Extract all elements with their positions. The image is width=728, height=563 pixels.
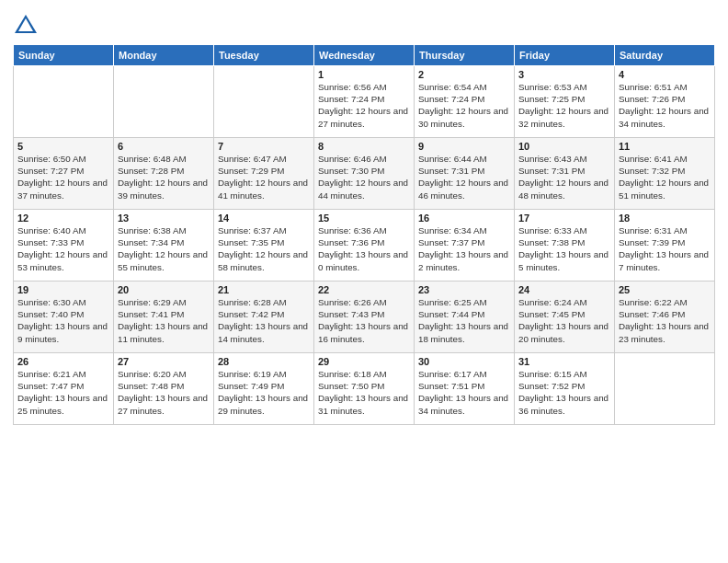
calendar-cell: 5Sunrise: 6:50 AMSunset: 7:27 PMDaylight… (14, 138, 114, 210)
calendar-week-row: 12Sunrise: 6:40 AMSunset: 7:33 PMDayligh… (14, 210, 715, 282)
calendar-cell: 26Sunrise: 6:21 AMSunset: 7:47 PMDayligh… (14, 353, 114, 425)
calendar-cell (214, 66, 314, 138)
calendar-day-header: Thursday (415, 45, 515, 66)
logo-icon (13, 13, 39, 39)
day-info: Sunrise: 6:28 AMSunset: 7:42 PMDaylight:… (218, 296, 310, 345)
day-number: 12 (17, 213, 109, 224)
day-info: Sunrise: 6:46 AMSunset: 7:30 PMDaylight:… (318, 153, 410, 201)
day-number: 22 (318, 284, 410, 295)
calendar-cell: 18Sunrise: 6:31 AMSunset: 7:39 PMDayligh… (615, 210, 715, 282)
calendar-week-row: 19Sunrise: 6:30 AMSunset: 7:40 PMDayligh… (14, 282, 715, 353)
day-info: Sunrise: 6:56 AMSunset: 7:24 PMDaylight:… (318, 81, 410, 130)
day-info: Sunrise: 6:30 AMSunset: 7:40 PMDaylight:… (17, 296, 109, 345)
day-number: 8 (318, 141, 410, 152)
calendar-cell: 14Sunrise: 6:37 AMSunset: 7:35 PMDayligh… (214, 210, 314, 282)
calendar-cell: 22Sunrise: 6:26 AMSunset: 7:43 PMDayligh… (314, 282, 415, 353)
day-number: 3 (518, 69, 610, 80)
page-container: SundayMondayTuesdayWednesdayThursdayFrid… (0, 0, 728, 431)
calendar-cell: 29Sunrise: 6:18 AMSunset: 7:50 PMDayligh… (314, 353, 415, 425)
page-header (13, 9, 715, 39)
calendar-cell: 3Sunrise: 6:53 AMSunset: 7:25 PMDaylight… (515, 66, 615, 138)
day-number: 15 (318, 213, 410, 224)
calendar-day-header: Tuesday (214, 45, 314, 66)
day-number: 14 (218, 213, 310, 224)
calendar-cell: 20Sunrise: 6:29 AMSunset: 7:41 PMDayligh… (114, 282, 214, 353)
day-number: 21 (218, 284, 310, 295)
day-number: 18 (619, 213, 711, 224)
day-number: 28 (218, 356, 310, 367)
calendar-cell: 28Sunrise: 6:19 AMSunset: 7:49 PMDayligh… (214, 353, 314, 425)
day-info: Sunrise: 6:53 AMSunset: 7:25 PMDaylight:… (518, 81, 610, 130)
calendar-day-header: Saturday (615, 45, 715, 66)
calendar-day-header: Monday (114, 45, 214, 66)
day-number: 16 (418, 213, 510, 224)
day-number: 26 (17, 356, 109, 367)
calendar-cell (615, 353, 715, 425)
calendar-cell: 1Sunrise: 6:56 AMSunset: 7:24 PMDaylight… (314, 66, 415, 138)
day-number: 19 (17, 284, 109, 295)
day-info: Sunrise: 6:22 AMSunset: 7:46 PMDaylight:… (619, 296, 711, 345)
calendar-week-row: 1Sunrise: 6:56 AMSunset: 7:24 PMDaylight… (14, 66, 715, 138)
day-number: 25 (619, 284, 711, 295)
day-info: Sunrise: 6:40 AMSunset: 7:33 PMDaylight:… (17, 224, 109, 273)
day-info: Sunrise: 6:34 AMSunset: 7:37 PMDaylight:… (418, 224, 510, 273)
day-info: Sunrise: 6:26 AMSunset: 7:43 PMDaylight:… (318, 296, 410, 345)
day-info: Sunrise: 6:31 AMSunset: 7:39 PMDaylight:… (619, 224, 711, 273)
day-number: 29 (318, 356, 410, 367)
day-info: Sunrise: 6:36 AMSunset: 7:36 PMDaylight:… (318, 224, 410, 273)
calendar-cell: 23Sunrise: 6:25 AMSunset: 7:44 PMDayligh… (415, 282, 515, 353)
day-number: 2 (418, 69, 510, 80)
calendar-cell: 27Sunrise: 6:20 AMSunset: 7:48 PMDayligh… (114, 353, 214, 425)
day-number: 10 (518, 141, 610, 152)
day-number: 27 (118, 356, 210, 367)
day-info: Sunrise: 6:41 AMSunset: 7:32 PMDaylight:… (619, 153, 711, 201)
day-info: Sunrise: 6:20 AMSunset: 7:48 PMDaylight:… (118, 368, 210, 417)
calendar-cell: 15Sunrise: 6:36 AMSunset: 7:36 PMDayligh… (314, 210, 415, 282)
calendar-cell: 6Sunrise: 6:48 AMSunset: 7:28 PMDaylight… (114, 138, 214, 210)
day-info: Sunrise: 6:18 AMSunset: 7:50 PMDaylight:… (318, 368, 410, 417)
day-info: Sunrise: 6:48 AMSunset: 7:28 PMDaylight:… (118, 153, 210, 201)
calendar-cell: 19Sunrise: 6:30 AMSunset: 7:40 PMDayligh… (14, 282, 114, 353)
logo (13, 13, 40, 39)
day-number: 7 (218, 141, 310, 152)
day-info: Sunrise: 6:37 AMSunset: 7:35 PMDaylight:… (218, 224, 310, 273)
calendar-day-header: Friday (515, 45, 615, 66)
day-number: 6 (118, 141, 210, 152)
day-number: 30 (418, 356, 510, 367)
day-number: 5 (17, 141, 109, 152)
calendar-cell: 17Sunrise: 6:33 AMSunset: 7:38 PMDayligh… (515, 210, 615, 282)
day-info: Sunrise: 6:38 AMSunset: 7:34 PMDaylight:… (118, 224, 210, 273)
calendar-day-header: Sunday (14, 45, 114, 66)
day-info: Sunrise: 6:44 AMSunset: 7:31 PMDaylight:… (418, 153, 510, 201)
day-number: 1 (318, 69, 410, 80)
calendar-cell: 2Sunrise: 6:54 AMSunset: 7:24 PMDaylight… (415, 66, 515, 138)
calendar-cell: 9Sunrise: 6:44 AMSunset: 7:31 PMDaylight… (415, 138, 515, 210)
calendar-cell: 10Sunrise: 6:43 AMSunset: 7:31 PMDayligh… (515, 138, 615, 210)
day-info: Sunrise: 6:43 AMSunset: 7:31 PMDaylight:… (518, 153, 610, 201)
day-info: Sunrise: 6:54 AMSunset: 7:24 PMDaylight:… (418, 81, 510, 130)
calendar-cell: 13Sunrise: 6:38 AMSunset: 7:34 PMDayligh… (114, 210, 214, 282)
day-info: Sunrise: 6:24 AMSunset: 7:45 PMDaylight:… (518, 296, 610, 345)
day-number: 17 (518, 213, 610, 224)
calendar-cell: 24Sunrise: 6:24 AMSunset: 7:45 PMDayligh… (515, 282, 615, 353)
day-number: 4 (619, 69, 711, 80)
day-info: Sunrise: 6:17 AMSunset: 7:51 PMDaylight:… (418, 368, 510, 417)
calendar-cell: 4Sunrise: 6:51 AMSunset: 7:26 PMDaylight… (615, 66, 715, 138)
day-number: 9 (418, 141, 510, 152)
calendar-cell: 16Sunrise: 6:34 AMSunset: 7:37 PMDayligh… (415, 210, 515, 282)
calendar-day-header: Wednesday (314, 45, 415, 66)
calendar-cell (114, 66, 214, 138)
day-info: Sunrise: 6:33 AMSunset: 7:38 PMDaylight:… (518, 224, 610, 273)
day-number: 23 (418, 284, 510, 295)
calendar-cell: 11Sunrise: 6:41 AMSunset: 7:32 PMDayligh… (615, 138, 715, 210)
day-number: 13 (118, 213, 210, 224)
day-number: 24 (518, 284, 610, 295)
day-info: Sunrise: 6:19 AMSunset: 7:49 PMDaylight:… (218, 368, 310, 417)
day-number: 31 (518, 356, 610, 367)
calendar-cell: 12Sunrise: 6:40 AMSunset: 7:33 PMDayligh… (14, 210, 114, 282)
day-info: Sunrise: 6:15 AMSunset: 7:52 PMDaylight:… (518, 368, 610, 417)
calendar-cell: 31Sunrise: 6:15 AMSunset: 7:52 PMDayligh… (515, 353, 615, 425)
calendar-cell: 21Sunrise: 6:28 AMSunset: 7:42 PMDayligh… (214, 282, 314, 353)
calendar-cell: 8Sunrise: 6:46 AMSunset: 7:30 PMDaylight… (314, 138, 415, 210)
calendar-week-row: 5Sunrise: 6:50 AMSunset: 7:27 PMDaylight… (14, 138, 715, 210)
